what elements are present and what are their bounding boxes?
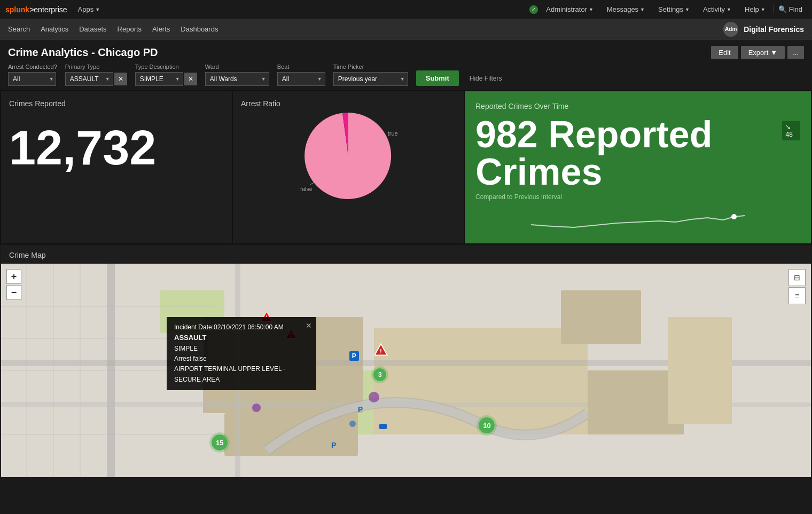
dashboards-nav-item[interactable]: Dashboards [181, 22, 218, 36]
true-label-text: true [388, 130, 398, 137]
svg-text:!: ! [380, 347, 382, 354]
incident-cluster-purple2 [369, 392, 379, 402]
time-picker-label: Time Picker [333, 64, 408, 70]
type-desc-select[interactable]: SIMPLE [135, 72, 183, 86]
reported-over-time-panel: Reported Crimes Over Time 982 Reported C… [465, 91, 811, 243]
second-nav-right: Adm Digital Forensics [723, 22, 804, 37]
arrest-ratio-title: Arrest Ratio [241, 99, 456, 108]
reports-nav-item[interactable]: Reports [118, 22, 142, 36]
activity-chevron: ▼ [727, 7, 731, 12]
incident-location: AIRPORT TERMINAL UPPER LEVEL - SECURE AR… [174, 364, 309, 384]
dashboard-title: Crime Analytics - Chicago PD [8, 46, 158, 59]
administrator-menu[interactable]: Administrator ▼ [541, 5, 599, 13]
compared-text: Compared to Previous Interval [475, 193, 800, 201]
reported-over-time-value: 982 Reported Crimes [475, 116, 777, 191]
activity-menu[interactable]: Activity ▼ [698, 5, 737, 13]
building-3 [668, 317, 732, 424]
building-1 [561, 290, 641, 344]
settings-menu[interactable]: Settings ▼ [653, 5, 695, 13]
sparkline-line [531, 216, 745, 227]
splunk-logo[interactable]: splunk>enterprise [5, 5, 67, 14]
primary-type-select-wrap: ASSAULT ✕ [65, 72, 127, 86]
arrest-ratio-chart: true false [241, 113, 456, 199]
map-stack-button[interactable]: ≡ [788, 287, 806, 304]
top-navigation: splunk>enterprise Apps ▼ ✓ Administrator… [0, 0, 812, 19]
incident-type: ASSAULT [174, 333, 309, 344]
type-desc-clear-button[interactable]: ✕ [184, 73, 197, 85]
beat-wrapper: All [277, 72, 325, 86]
time-picker-wrapper: Previous year [333, 72, 408, 86]
arrest-filter-label: Arrest Conducted? [8, 64, 57, 70]
ward-wrapper: All Wards [205, 72, 269, 86]
export-button[interactable]: Export ▼ [741, 46, 785, 59]
incident-arrest: Arrest false [174, 354, 309, 364]
search-nav-item[interactable]: Search [8, 22, 30, 36]
beat-select[interactable]: All [277, 72, 325, 86]
incident-date: Incident Date:02/10/2021 06:50:00 AM [174, 322, 309, 333]
filters-bar: Arrest Conducted? All Primary Type ASSAU… [0, 59, 812, 90]
help-menu[interactable]: Help ▼ [739, 5, 771, 13]
incident-popup-close-button[interactable]: ✕ [306, 320, 312, 331]
map-layer-button[interactable]: ⊟ [788, 269, 806, 286]
sparkline-svg [475, 206, 800, 233]
search-icon: 🔍 [778, 5, 787, 13]
cluster-10-badge: 10 [479, 417, 495, 433]
primary-type-select[interactable]: ASSAULT [65, 72, 113, 86]
ward-label: Ward [205, 64, 269, 70]
ward-filter-group: Ward All Wards [205, 64, 269, 86]
dashboard-header: Crime Analytics - Chicago PD Edit Export… [0, 39, 812, 59]
false-label-text: false [300, 186, 313, 192]
crimes-reported-value: 12,732 [9, 113, 224, 172]
cluster-marker-15[interactable]: 15 [212, 434, 228, 450]
settings-chevron: ▼ [685, 7, 690, 12]
map-background-svg: P P P Departures O'Hare Departures Termi… [1, 264, 811, 477]
incident-blue [349, 421, 356, 427]
apps-menu[interactable]: Apps ▼ [73, 5, 106, 13]
help-chevron: ▼ [761, 7, 766, 12]
nav-right-section: ✓ Administrator ▼ Messages ▼ Settings ▼ … [529, 5, 807, 14]
parking-p2: P [331, 441, 336, 449]
primary-type-clear-button[interactable]: ✕ [114, 73, 127, 85]
zoom-out-button[interactable]: − [6, 285, 21, 300]
time-picker-select[interactable]: Previous year [333, 72, 408, 86]
cluster-marker-10[interactable]: 10 [479, 417, 495, 433]
apps-chevron: ▼ [95, 7, 100, 12]
messages-chevron: ▼ [640, 7, 645, 12]
warning-marker-3[interactable]: ! [373, 343, 388, 359]
crimes-reported-panel: Crimes Reported 12,732 [1, 91, 232, 243]
primary-type-filter-group: Primary Type ASSAULT ✕ [65, 64, 127, 86]
cluster-3-badge: 3 [373, 368, 386, 381]
type-desc-filter-group: Type Description SIMPLE ✕ [135, 64, 197, 86]
arrest-select-wrapper: All [8, 72, 57, 86]
incident-subtype: SIMPLE [174, 344, 309, 354]
time-picker-filter-group: Time Picker Previous year [333, 64, 408, 86]
datasets-nav-item[interactable]: Datasets [79, 22, 106, 36]
incident-popup: ✕ Incident Date:02/10/2021 06:50:00 AM A… [167, 317, 316, 390]
analytics-nav-item[interactable]: Analytics [41, 22, 68, 36]
app-name: Digital Forensics [744, 25, 804, 34]
more-button[interactable]: ... [787, 46, 804, 59]
cluster-15-badge: 15 [212, 434, 228, 450]
parking-icon: P [349, 351, 359, 361]
cluster-marker-3[interactable]: 3 [373, 368, 386, 381]
sparkline-dot [731, 214, 737, 219]
arrest-select[interactable]: All [8, 72, 56, 86]
find-button[interactable]: 🔍 Find [774, 5, 807, 13]
map-layer-controls: ⊟ ≡ [788, 269, 806, 304]
submit-button[interactable]: Submit [416, 70, 459, 86]
primary-type-label: Primary Type [65, 64, 127, 70]
splunk-logo-text: splunk>enterprise [5, 5, 67, 14]
type-desc-select-wrap: SIMPLE ✕ [135, 72, 197, 86]
zoom-in-button[interactable]: + [6, 269, 21, 284]
ward-select[interactable]: All Wards [205, 72, 269, 86]
primary-type-wrapper: ASSAULT [65, 72, 113, 86]
dashboard-actions: Edit Export ▼ ... [711, 46, 804, 59]
edit-button[interactable]: Edit [711, 46, 738, 59]
pie-chart-svg: true false [300, 108, 396, 204]
hide-filters-button[interactable]: Hide Filters [467, 71, 505, 86]
messages-menu[interactable]: Messages ▼ [602, 5, 650, 13]
beat-label: Beat [277, 64, 325, 70]
reported-over-time-content: 982 Reported Crimes ↘ 48 [475, 116, 800, 191]
alerts-nav-item[interactable]: Alerts [152, 22, 170, 36]
map-zoom-controls: + − [6, 269, 21, 300]
